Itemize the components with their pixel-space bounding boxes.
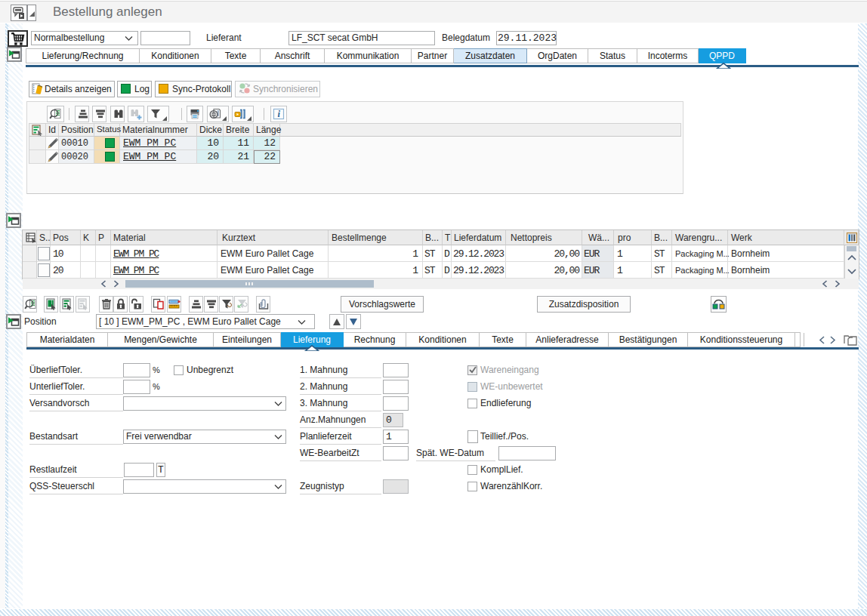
svg-text:i: i bbox=[277, 109, 280, 119]
